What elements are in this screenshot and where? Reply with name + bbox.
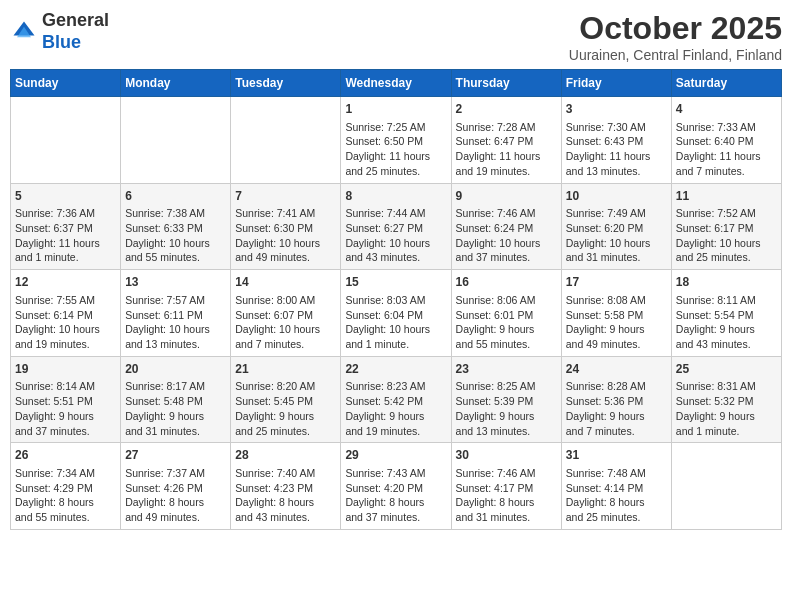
calendar-cell: 15Sunrise: 8:03 AM Sunset: 6:04 PM Dayli… bbox=[341, 270, 451, 357]
calendar-cell: 27Sunrise: 7:37 AM Sunset: 4:26 PM Dayli… bbox=[121, 443, 231, 530]
week-row-2: 5Sunrise: 7:36 AM Sunset: 6:37 PM Daylig… bbox=[11, 183, 782, 270]
day-info: Sunrise: 8:06 AM Sunset: 6:01 PM Dayligh… bbox=[456, 293, 557, 352]
day-number: 27 bbox=[125, 447, 226, 464]
calendar-cell: 31Sunrise: 7:48 AM Sunset: 4:14 PM Dayli… bbox=[561, 443, 671, 530]
day-info: Sunrise: 7:34 AM Sunset: 4:29 PM Dayligh… bbox=[15, 466, 116, 525]
day-info: Sunrise: 8:14 AM Sunset: 5:51 PM Dayligh… bbox=[15, 379, 116, 438]
calendar-cell: 21Sunrise: 8:20 AM Sunset: 5:45 PM Dayli… bbox=[231, 356, 341, 443]
calendar-cell: 17Sunrise: 8:08 AM Sunset: 5:58 PM Dayli… bbox=[561, 270, 671, 357]
day-info: Sunrise: 7:33 AM Sunset: 6:40 PM Dayligh… bbox=[676, 120, 777, 179]
calendar-cell: 10Sunrise: 7:49 AM Sunset: 6:20 PM Dayli… bbox=[561, 183, 671, 270]
month-title: October 2025 bbox=[569, 10, 782, 47]
day-number: 16 bbox=[456, 274, 557, 291]
week-row-4: 19Sunrise: 8:14 AM Sunset: 5:51 PM Dayli… bbox=[11, 356, 782, 443]
day-info: Sunrise: 7:52 AM Sunset: 6:17 PM Dayligh… bbox=[676, 206, 777, 265]
day-number: 24 bbox=[566, 361, 667, 378]
day-number: 8 bbox=[345, 188, 446, 205]
weekday-header-wednesday: Wednesday bbox=[341, 70, 451, 97]
day-info: Sunrise: 7:40 AM Sunset: 4:23 PM Dayligh… bbox=[235, 466, 336, 525]
calendar-cell bbox=[11, 97, 121, 184]
day-number: 13 bbox=[125, 274, 226, 291]
logo-general-text: General bbox=[42, 10, 109, 30]
day-info: Sunrise: 7:49 AM Sunset: 6:20 PM Dayligh… bbox=[566, 206, 667, 265]
weekday-header-row: SundayMondayTuesdayWednesdayThursdayFrid… bbox=[11, 70, 782, 97]
calendar-cell: 9Sunrise: 7:46 AM Sunset: 6:24 PM Daylig… bbox=[451, 183, 561, 270]
calendar-cell: 18Sunrise: 8:11 AM Sunset: 5:54 PM Dayli… bbox=[671, 270, 781, 357]
calendar-cell: 22Sunrise: 8:23 AM Sunset: 5:42 PM Dayli… bbox=[341, 356, 451, 443]
day-number: 21 bbox=[235, 361, 336, 378]
calendar-cell: 4Sunrise: 7:33 AM Sunset: 6:40 PM Daylig… bbox=[671, 97, 781, 184]
day-info: Sunrise: 7:30 AM Sunset: 6:43 PM Dayligh… bbox=[566, 120, 667, 179]
day-number: 31 bbox=[566, 447, 667, 464]
calendar-cell: 20Sunrise: 8:17 AM Sunset: 5:48 PM Dayli… bbox=[121, 356, 231, 443]
day-number: 25 bbox=[676, 361, 777, 378]
calendar-cell: 19Sunrise: 8:14 AM Sunset: 5:51 PM Dayli… bbox=[11, 356, 121, 443]
calendar-cell: 30Sunrise: 7:46 AM Sunset: 4:17 PM Dayli… bbox=[451, 443, 561, 530]
day-number: 1 bbox=[345, 101, 446, 118]
day-number: 22 bbox=[345, 361, 446, 378]
week-row-3: 12Sunrise: 7:55 AM Sunset: 6:14 PM Dayli… bbox=[11, 270, 782, 357]
calendar-cell: 7Sunrise: 7:41 AM Sunset: 6:30 PM Daylig… bbox=[231, 183, 341, 270]
calendar-cell: 2Sunrise: 7:28 AM Sunset: 6:47 PM Daylig… bbox=[451, 97, 561, 184]
day-info: Sunrise: 7:46 AM Sunset: 6:24 PM Dayligh… bbox=[456, 206, 557, 265]
calendar-cell: 28Sunrise: 7:40 AM Sunset: 4:23 PM Dayli… bbox=[231, 443, 341, 530]
day-info: Sunrise: 8:31 AM Sunset: 5:32 PM Dayligh… bbox=[676, 379, 777, 438]
logo-blue-text: Blue bbox=[42, 32, 81, 52]
day-info: Sunrise: 7:37 AM Sunset: 4:26 PM Dayligh… bbox=[125, 466, 226, 525]
day-number: 6 bbox=[125, 188, 226, 205]
day-number: 23 bbox=[456, 361, 557, 378]
day-number: 19 bbox=[15, 361, 116, 378]
day-number: 12 bbox=[15, 274, 116, 291]
day-number: 2 bbox=[456, 101, 557, 118]
day-info: Sunrise: 8:08 AM Sunset: 5:58 PM Dayligh… bbox=[566, 293, 667, 352]
calendar-cell: 11Sunrise: 7:52 AM Sunset: 6:17 PM Dayli… bbox=[671, 183, 781, 270]
day-number: 18 bbox=[676, 274, 777, 291]
day-info: Sunrise: 8:28 AM Sunset: 5:36 PM Dayligh… bbox=[566, 379, 667, 438]
day-number: 29 bbox=[345, 447, 446, 464]
calendar-cell: 13Sunrise: 7:57 AM Sunset: 6:11 PM Dayli… bbox=[121, 270, 231, 357]
day-info: Sunrise: 8:17 AM Sunset: 5:48 PM Dayligh… bbox=[125, 379, 226, 438]
day-info: Sunrise: 7:46 AM Sunset: 4:17 PM Dayligh… bbox=[456, 466, 557, 525]
day-info: Sunrise: 7:38 AM Sunset: 6:33 PM Dayligh… bbox=[125, 206, 226, 265]
day-number: 3 bbox=[566, 101, 667, 118]
day-info: Sunrise: 8:03 AM Sunset: 6:04 PM Dayligh… bbox=[345, 293, 446, 352]
day-number: 28 bbox=[235, 447, 336, 464]
calendar-cell: 5Sunrise: 7:36 AM Sunset: 6:37 PM Daylig… bbox=[11, 183, 121, 270]
calendar-cell: 1Sunrise: 7:25 AM Sunset: 6:50 PM Daylig… bbox=[341, 97, 451, 184]
day-info: Sunrise: 8:25 AM Sunset: 5:39 PM Dayligh… bbox=[456, 379, 557, 438]
day-info: Sunrise: 7:28 AM Sunset: 6:47 PM Dayligh… bbox=[456, 120, 557, 179]
calendar-cell: 16Sunrise: 8:06 AM Sunset: 6:01 PM Dayli… bbox=[451, 270, 561, 357]
day-number: 10 bbox=[566, 188, 667, 205]
day-info: Sunrise: 7:25 AM Sunset: 6:50 PM Dayligh… bbox=[345, 120, 446, 179]
day-number: 11 bbox=[676, 188, 777, 205]
calendar-cell: 24Sunrise: 8:28 AM Sunset: 5:36 PM Dayli… bbox=[561, 356, 671, 443]
weekday-header-friday: Friday bbox=[561, 70, 671, 97]
day-number: 5 bbox=[15, 188, 116, 205]
calendar-cell: 3Sunrise: 7:30 AM Sunset: 6:43 PM Daylig… bbox=[561, 97, 671, 184]
day-number: 7 bbox=[235, 188, 336, 205]
weekday-header-saturday: Saturday bbox=[671, 70, 781, 97]
calendar-cell: 25Sunrise: 8:31 AM Sunset: 5:32 PM Dayli… bbox=[671, 356, 781, 443]
weekday-header-tuesday: Tuesday bbox=[231, 70, 341, 97]
calendar-cell: 14Sunrise: 8:00 AM Sunset: 6:07 PM Dayli… bbox=[231, 270, 341, 357]
calendar-cell: 8Sunrise: 7:44 AM Sunset: 6:27 PM Daylig… bbox=[341, 183, 451, 270]
day-info: Sunrise: 7:44 AM Sunset: 6:27 PM Dayligh… bbox=[345, 206, 446, 265]
day-number: 26 bbox=[15, 447, 116, 464]
day-info: Sunrise: 7:48 AM Sunset: 4:14 PM Dayligh… bbox=[566, 466, 667, 525]
calendar-cell bbox=[671, 443, 781, 530]
week-row-5: 26Sunrise: 7:34 AM Sunset: 4:29 PM Dayli… bbox=[11, 443, 782, 530]
day-number: 20 bbox=[125, 361, 226, 378]
logo: General Blue bbox=[10, 10, 109, 53]
calendar-cell bbox=[121, 97, 231, 184]
weekday-header-monday: Monday bbox=[121, 70, 231, 97]
day-info: Sunrise: 8:00 AM Sunset: 6:07 PM Dayligh… bbox=[235, 293, 336, 352]
calendar-cell: 29Sunrise: 7:43 AM Sunset: 4:20 PM Dayli… bbox=[341, 443, 451, 530]
day-number: 4 bbox=[676, 101, 777, 118]
day-number: 9 bbox=[456, 188, 557, 205]
weekday-header-thursday: Thursday bbox=[451, 70, 561, 97]
day-info: Sunrise: 7:57 AM Sunset: 6:11 PM Dayligh… bbox=[125, 293, 226, 352]
day-info: Sunrise: 7:43 AM Sunset: 4:20 PM Dayligh… bbox=[345, 466, 446, 525]
day-number: 17 bbox=[566, 274, 667, 291]
calendar-cell: 6Sunrise: 7:38 AM Sunset: 6:33 PM Daylig… bbox=[121, 183, 231, 270]
day-info: Sunrise: 7:55 AM Sunset: 6:14 PM Dayligh… bbox=[15, 293, 116, 352]
